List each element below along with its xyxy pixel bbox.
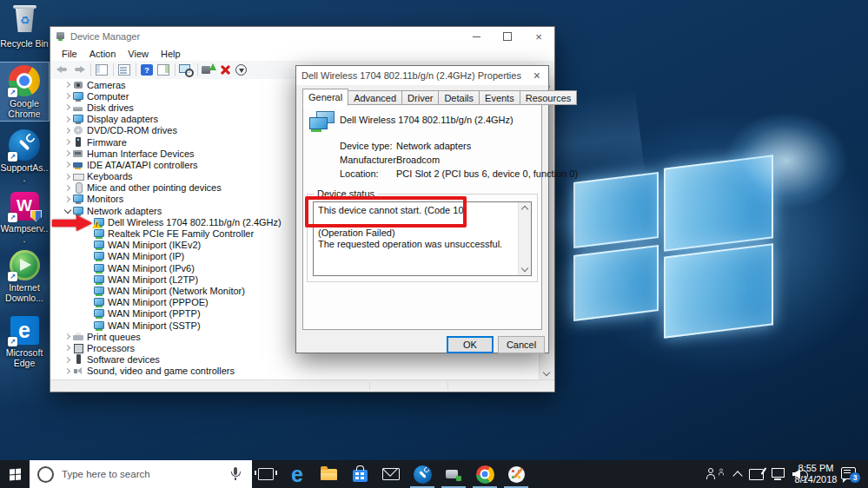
desktop-icon-wampserver[interactable]: W Wampserv...	[0, 188, 49, 246]
menu-view[interactable]: View	[122, 48, 155, 60]
tab-resources[interactable]: Resources	[520, 90, 578, 105]
tree-item-label: Firmware	[87, 137, 127, 148]
properties-icon[interactable]	[116, 63, 132, 77]
disable-device-icon[interactable]	[234, 63, 249, 77]
uninstall-device-icon[interactable]	[217, 63, 233, 77]
mouse-icon	[73, 182, 84, 193]
tree-item-label: Disk drives	[87, 102, 134, 113]
desktop-icon-label: Internet Downlo...	[0, 283, 49, 303]
expander-icon[interactable]	[63, 115, 72, 124]
taskbar-file-explorer-icon[interactable]	[313, 460, 344, 488]
tab-events[interactable]: Events	[480, 90, 520, 105]
windows-logo-pane	[573, 172, 659, 248]
forward-icon[interactable]	[71, 63, 87, 77]
expander-icon[interactable]	[63, 343, 72, 353]
maximize-button[interactable]	[492, 27, 523, 46]
taskbar-mail-icon[interactable]	[375, 460, 407, 488]
status-scrollbar[interactable]	[518, 202, 531, 275]
field-label: Manufacturer:	[340, 155, 396, 165]
microphone-icon[interactable]	[229, 466, 242, 482]
people-icon-secondary	[718, 469, 724, 477]
taskbar-task-view-icon[interactable]	[250, 460, 282, 488]
desktop-icon-label: Google Chrome	[0, 99, 49, 119]
tree-item-software-devices[interactable]: Software devices	[50, 354, 540, 366]
field-device-type: Device type:Network adapters	[340, 141, 471, 151]
device-manager-title: Device Manager	[70, 31, 140, 42]
update-driver-icon[interactable]	[201, 63, 216, 77]
minimize-button[interactable]	[461, 27, 492, 46]
properties-dialog: Dell Wireless 1704 802.11b/g/n (2.4GHz) …	[295, 65, 549, 353]
expander-icon[interactable]	[63, 126, 72, 135]
expander-icon[interactable]	[63, 137, 72, 147]
expander-icon[interactable]	[63, 355, 72, 365]
expander-icon[interactable]	[63, 206, 72, 215]
tab-advanced[interactable]: Advanced	[348, 90, 402, 105]
scroll-down-icon[interactable]	[540, 367, 553, 380]
action-pane-icon[interactable]	[156, 63, 171, 77]
menu-help[interactable]: Help	[155, 48, 187, 60]
expander-icon[interactable]	[63, 366, 72, 376]
paint-icon	[508, 466, 525, 483]
taskbar-device-manager-icon[interactable]	[438, 460, 469, 488]
expander-icon[interactable]	[63, 148, 72, 158]
menu-file[interactable]: File	[56, 48, 83, 60]
taskbar-search[interactable]: Type here to search	[30, 460, 252, 488]
people-icon[interactable]	[706, 468, 716, 480]
ok-button[interactable]: OK	[447, 336, 494, 353]
dialog-close-icon[interactable]: ×	[533, 69, 540, 82]
expander-icon[interactable]	[63, 172, 72, 181]
netadapter-icon	[94, 308, 105, 319]
hidden-icons-chevron-icon[interactable]	[732, 471, 742, 480]
show-console-tree-icon[interactable]	[94, 63, 109, 77]
desktop-icon-recycle-bin[interactable]: Recycle Bin	[0, 3, 49, 51]
scroll-up-icon[interactable]	[519, 202, 530, 214]
status-line: (Operation Failed)	[318, 228, 515, 239]
close-button[interactable]: ×	[523, 27, 554, 46]
back-icon[interactable]	[55, 63, 70, 77]
tab-general[interactable]: General	[302, 89, 348, 106]
taskbar-clock[interactable]: 8:55 PM 8/14/2018	[792, 463, 839, 485]
expander-icon[interactable]	[63, 160, 72, 169]
field-value: Broadcom	[396, 155, 440, 165]
desktop-icon-google-chrome[interactable]: Google Chrome	[0, 63, 49, 121]
taskbar-supportassist-icon[interactable]	[407, 460, 438, 488]
desktop-icon-label: Wampserv...	[0, 224, 49, 244]
expander-icon[interactable]	[63, 195, 72, 204]
close-icon: ×	[535, 30, 542, 43]
tree-item-sound-video-and-game-controllers[interactable]: Sound, video and game controllers	[50, 366, 540, 377]
expander-icon[interactable]	[63, 91, 72, 101]
menu-action[interactable]: Action	[83, 48, 123, 60]
taskbar-paint-icon[interactable]	[500, 460, 532, 488]
help-icon[interactable]	[139, 63, 155, 77]
network-icon[interactable]	[772, 468, 785, 478]
expander-icon[interactable]	[63, 332, 72, 341]
tree-item-label: WAN Miniport (Network Monitor)	[108, 286, 245, 296]
start-button[interactable]	[0, 460, 30, 488]
expander-icon[interactable]	[63, 102, 72, 112]
netadapter-icon	[94, 240, 105, 250]
tree-item-label: Network adapters	[87, 206, 162, 216]
scan-hardware-changes-icon[interactable]	[178, 63, 194, 77]
tablet-pen-icon[interactable]	[749, 469, 764, 480]
field-manufacturer: Manufacturer:Broadcom	[340, 155, 440, 165]
taskbar-chrome-icon[interactable]	[469, 460, 500, 488]
scroll-down-icon[interactable]	[519, 264, 530, 275]
device-manager-titlebar[interactable]: Device Manager ×	[50, 27, 554, 46]
desktop-icon-internet-download-manager[interactable]: Internet Downlo...	[0, 247, 49, 305]
dialog-tabs: GeneralAdvancedDriverDetailsEventsResour…	[302, 90, 577, 105]
toolbar-separator	[136, 63, 136, 76]
toolbar-separator	[113, 63, 114, 76]
desktop-icon-supportassist[interactable]: SupportAs...	[0, 127, 49, 185]
tree-item-label: Cameras	[87, 80, 126, 90]
taskbar-edge-icon[interactable]: e	[282, 460, 313, 488]
taskbar-store-icon[interactable]	[344, 460, 375, 488]
dialog-titlebar[interactable]: Dell Wireless 1704 802.11b/g/n (2.4GHz) …	[296, 66, 548, 85]
device-status-textbox[interactable]: This device cannot start. (Code 10)(Oper…	[313, 201, 532, 276]
cancel-button[interactable]: Cancel	[498, 336, 545, 353]
expander-icon[interactable]	[63, 80, 72, 89]
expander-icon[interactable]	[63, 183, 72, 193]
tab-driver[interactable]: Driver	[402, 90, 439, 105]
desktop-icon-microsoft-edge[interactable]: e Microsoft Edge	[0, 312, 49, 370]
netadapter-icon	[94, 320, 105, 331]
tab-details[interactable]: Details	[439, 90, 480, 105]
